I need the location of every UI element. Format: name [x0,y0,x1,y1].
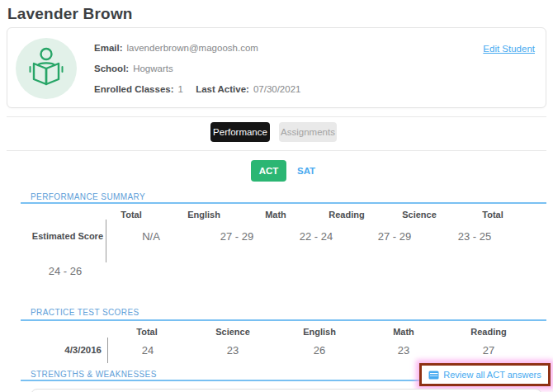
table-row-divider [106,220,106,262]
tab-assignments[interactable]: Assignments [279,122,337,142]
column-header: Total [136,327,157,337]
email-label: Email: [94,43,123,53]
column-header: Total [482,210,503,220]
column-header: Total [121,210,141,220]
column-header: Reading [328,210,364,220]
email-row: Email:lavenderbrown@magoosh.com [94,43,258,53]
enrolled-classes-label: Enrolled Classes: [94,84,174,94]
school-label: School: [94,64,129,73]
page-title: Lavender Brown [7,5,133,23]
score-cell: 24 [142,344,154,357]
score-cell: 23 - 25 [458,230,491,243]
strengths-weaknesses-card [31,389,542,392]
school-value: Hogwarts [133,64,173,73]
strengths-weaknesses-title: STRENGTHS & WEAKNESSES [31,370,157,379]
column-header: Reading [470,327,506,337]
performance-summary-underline [21,202,546,204]
edit-student-link[interactable]: Edit Student [483,44,535,54]
score-cell: 23 [227,344,239,357]
table-icon [428,371,439,380]
score-cell: N/A [142,230,160,243]
column-header: Math [265,210,286,220]
divider-below-tabs [7,150,546,151]
review-answers-highlight-box[interactable]: Review all ACT answers [419,363,551,386]
score-cell: 23 [398,344,409,357]
estimated-score-row-label: Estimated Score [32,231,103,241]
score-cell: 27 - 29 [220,230,253,243]
student-info-card: Email:lavenderbrown@magoosh.com School:H… [7,27,546,108]
column-header: Science [402,210,437,220]
enrollment-row: Enrolled Classes:1 Last Active:07/30/202… [94,84,300,94]
last-active-value: 07/30/2021 [253,84,301,94]
person-reading-book-icon [27,47,65,90]
student-avatar [16,38,77,99]
score-cell: 27 [483,344,494,357]
score-cell: 27 - 29 [378,230,411,243]
review-all-act-answers-link[interactable]: Review all ACT answers [443,370,541,380]
score-cell: 22 - 24 [300,230,333,243]
tab-performance[interactable]: Performance [210,122,270,142]
column-header: Science [215,327,250,337]
column-header: Math [393,327,414,337]
last-active-label: Last Active: [196,84,249,94]
school-row: School:Hogwarts [94,64,173,73]
enrolled-classes-value: 1 [178,84,183,94]
column-header: English [187,210,220,220]
toggle-sat-button[interactable]: SAT [297,160,315,182]
score-cell-wrapped: 24 - 26 [49,265,82,277]
student-profile-page: Lavender Brown Email:lavenderbrown@magoo… [0,0,553,392]
practice-test-scores-underline [21,319,546,321]
test-date-row-label: 4/3/2016 [64,345,102,355]
table-row-divider [107,338,108,363]
toggle-act-button[interactable]: ACT [251,160,286,182]
performance-summary-title: PERFORMANCE SUMMARY [31,192,145,201]
score-cell: 26 [314,344,325,357]
practice-test-scores-title: PRACTICE TEST SCORES [31,308,139,317]
column-header: English [303,327,336,337]
email-value: lavenderbrown@magoosh.com [127,43,258,53]
divider-above-tabs [7,116,546,117]
